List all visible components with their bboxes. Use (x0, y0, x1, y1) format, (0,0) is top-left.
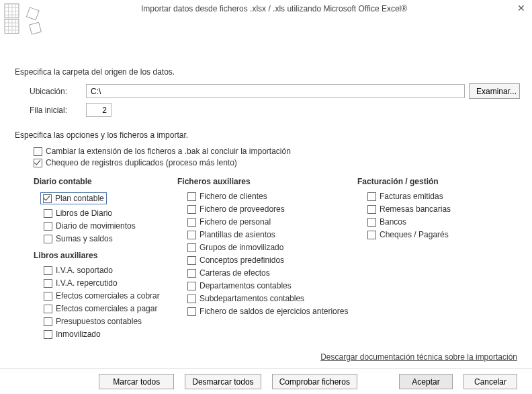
item-label: Subdepartamentos contables (200, 294, 304, 303)
checkbox-deptos[interactable] (187, 282, 196, 290)
item-label: Libros de Diario (56, 208, 112, 218)
checkbox-proveedores[interactable] (187, 205, 196, 214)
checkbox-subdeptos[interactable] (187, 294, 196, 303)
svg-rect-15 (30, 22, 42, 34)
start-row-label: Fila inicial: (15, 106, 86, 115)
checkbox-plantillas[interactable] (187, 231, 196, 239)
options-heading: Especifica las opciones y los ficheros a… (15, 130, 520, 140)
item-label: Efectos comerciales a cobrar (56, 291, 160, 301)
checkbox-inmovilizado[interactable] (44, 330, 52, 339)
item-label: Facturas emitidas (380, 192, 443, 201)
checkbox-bak[interactable] (34, 147, 42, 156)
checkbox-conceptos[interactable] (187, 256, 196, 265)
dup-option-label: Chequeo de registros duplicados (proceso… (46, 158, 237, 167)
bak-option-label: Cambiar la extensión de los ficheros a .… (46, 147, 291, 156)
unmark-all-button[interactable]: Desmarcar todos (185, 374, 261, 389)
checkbox-efectos-cobrar[interactable] (44, 292, 52, 301)
checkbox-carteras[interactable] (187, 269, 196, 278)
location-input[interactable] (86, 84, 465, 98)
checkbox-diario-mov[interactable] (44, 222, 52, 231)
checkbox-clientes[interactable] (187, 192, 196, 201)
item-label: Grupos de inmovilizado (200, 243, 283, 252)
item-label: Bancos (380, 217, 406, 227)
dialog-footer: Marcar todos Desmarcar todos Comprobar f… (0, 368, 532, 394)
checkbox-iva-repercutido[interactable] (44, 279, 52, 288)
mark-all-button[interactable]: Marcar todos (99, 374, 174, 389)
checkbox-iva-soportado[interactable] (44, 266, 52, 275)
checkbox-remesas[interactable] (367, 205, 376, 214)
item-label: I.V.A. soportado (56, 266, 113, 275)
item-label: Plan contable (55, 194, 104, 203)
accept-button[interactable]: Aceptar (399, 374, 453, 389)
check-files-button[interactable]: Comprobar ficheros (272, 374, 357, 389)
item-label: Sumas y saldos (56, 234, 113, 243)
source-heading: Especifica la carpeta del origen de los … (15, 67, 520, 77)
documentation-link[interactable]: Descargar documentación técnica sobre la… (320, 352, 517, 362)
checkbox-bancos[interactable] (367, 218, 376, 227)
item-label: Fichero de saldos de ejercicios anterior… (200, 307, 348, 316)
dialog-title: Importar datos desde ficheros .xlsx / .x… (141, 4, 407, 13)
item-label: Plantillas de asientos (200, 230, 275, 239)
checkbox-saldos-anteriores[interactable] (187, 307, 196, 316)
libros-aux-heading: Libros auxiliares (34, 251, 171, 260)
checkbox-grupos-inmov[interactable] (187, 243, 196, 252)
diario-heading: Diario contable (34, 177, 171, 186)
browse-button[interactable]: Examinar... (469, 83, 520, 99)
start-row-input[interactable] (86, 103, 112, 117)
checkbox-cheques[interactable] (367, 231, 376, 239)
item-label: Remesas bancarias (380, 204, 451, 214)
item-label: Efectos comerciales a pagar (56, 304, 157, 313)
item-label: Conceptos predefinidos (200, 255, 284, 265)
item-label: Presupuestos contables (56, 317, 142, 326)
item-label: Carteras de efectos (200, 268, 270, 278)
ficheros-aux-heading: Ficheros auxiliares (177, 177, 351, 186)
item-label: Fichero de proveedores (200, 204, 285, 214)
item-label: Fichero de personal (200, 217, 271, 227)
checkbox-efectos-pagar[interactable] (44, 305, 52, 313)
item-label: Departamentos contables (200, 281, 292, 290)
checkbox-facturas[interactable] (367, 192, 376, 201)
item-label: I.V.A. repercutido (56, 278, 118, 288)
close-icon[interactable]: ✕ (517, 3, 525, 13)
item-label: Cheques / Pagarés (380, 230, 449, 239)
item-label: Diario de movimientos (56, 221, 136, 231)
checkbox-presupuestos[interactable] (44, 317, 52, 326)
item-label: Fichero de clientes (200, 192, 267, 201)
checkbox-dup[interactable] (34, 159, 42, 167)
item-label: Inmovilizado (56, 329, 101, 339)
checkbox-personal[interactable] (187, 218, 196, 227)
checkbox-sumas-saldos[interactable] (44, 235, 52, 243)
checkbox-plan-contable[interactable] (43, 194, 52, 203)
location-label: Ubicación: (15, 87, 86, 96)
facturacion-heading: Facturación / gestión (357, 177, 520, 186)
cancel-button[interactable]: Cancelar (463, 374, 517, 389)
checkbox-libros-diario[interactable] (44, 209, 52, 218)
